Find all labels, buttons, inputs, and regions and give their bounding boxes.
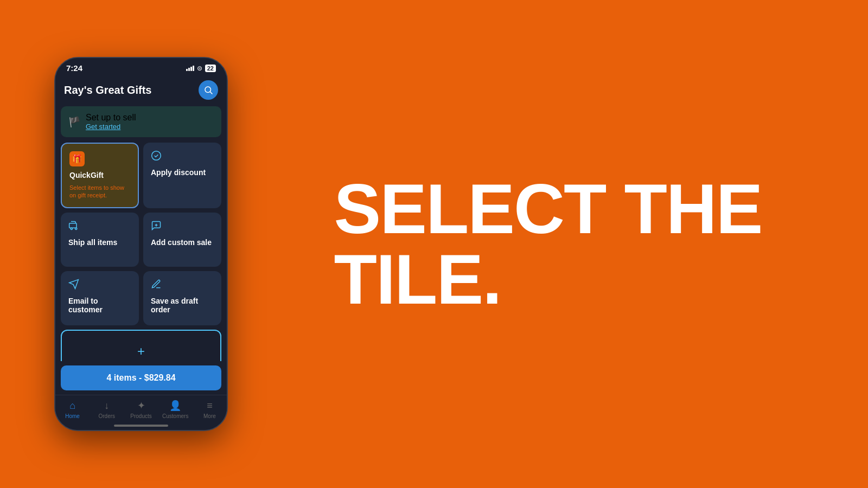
svg-marker-8 [69, 279, 79, 288]
status-icons: ⊜ 22 [186, 65, 216, 72]
draft-icon [151, 279, 214, 292]
bottom-nav: ⌂ Home ↓ Orders ✦ Products 👤 Customers ≡… [55, 395, 227, 421]
search-icon [203, 85, 213, 95]
tile-ship-all-items-title: Ship all items [68, 238, 131, 247]
search-button[interactable] [199, 80, 218, 100]
add-tile[interactable]: + [61, 330, 221, 361]
tile-quick-gift-subtitle: Select items to show on gift receipt. [69, 184, 130, 200]
nav-home[interactable]: ⌂ Home [55, 400, 90, 419]
tile-ship-all-items[interactable]: Ship all items [61, 213, 139, 267]
svg-point-0 [205, 87, 211, 93]
discount-icon [151, 150, 214, 164]
home-bar [114, 425, 168, 427]
phone-device: 7:24 ⊜ 22 Ray's Great Gifts [54, 57, 228, 431]
big-text: SELECT THE TILE. [334, 174, 762, 314]
tiles-grid: 🎁 QuickGift Select items to show on gift… [61, 143, 221, 325]
nav-products[interactable]: ✦ Products [124, 400, 158, 419]
nav-products-label: Products [130, 413, 151, 419]
flag-icon: 🏴 [68, 116, 80, 128]
home-icon: ⌂ [69, 400, 75, 412]
gift-icon: 🎁 [69, 151, 85, 166]
nav-customers-label: Customers [162, 413, 188, 419]
battery-icon: 22 [205, 65, 216, 72]
big-text-area: SELECT THE TILE. [228, 152, 868, 336]
email-icon [68, 279, 131, 292]
wifi-icon: ⊜ [197, 65, 202, 72]
svg-point-4 [71, 228, 72, 229]
status-time: 7:24 [66, 63, 82, 73]
tile-apply-discount-title: Apply discount [151, 168, 214, 177]
tile-add-custom-sale-title: Add custom sale [151, 238, 214, 247]
svg-line-1 [210, 92, 212, 94]
status-bar: 7:24 ⊜ 22 [55, 58, 227, 76]
tile-quick-gift-title: QuickGift [69, 171, 130, 179]
ship-icon [68, 220, 131, 234]
more-icon: ≡ [207, 400, 213, 412]
svg-point-5 [75, 228, 77, 229]
content-area[interactable]: 🏴 Set up to sell Get started 🎁 QuickGift… [55, 106, 227, 361]
custom-sale-icon [151, 220, 214, 234]
tile-save-as-draft-title: Save as draft order [151, 297, 214, 314]
app-title: Ray's Great Gifts [64, 84, 151, 97]
customers-icon: 👤 [169, 400, 181, 412]
tile-email-to-customer[interactable]: Email to customer [61, 271, 139, 325]
big-text-line1: SELECT THE [334, 174, 762, 244]
nav-more-label: More [203, 413, 216, 419]
nav-customers[interactable]: 👤 Customers [158, 400, 193, 419]
svg-rect-3 [69, 223, 76, 227]
cart-button-label: 4 items - $829.84 [106, 373, 175, 382]
tile-quick-gift[interactable]: 🎁 QuickGift Select items to show on gift… [61, 143, 139, 208]
signal-icon [186, 66, 194, 71]
get-started-link[interactable]: Get started [86, 123, 136, 131]
tile-apply-discount[interactable]: Apply discount [143, 143, 221, 208]
big-text-line2: TILE. [334, 244, 762, 314]
tile-email-to-customer-title: Email to customer [68, 297, 131, 314]
nav-orders-label: Orders [99, 413, 116, 419]
home-indicator [55, 421, 227, 430]
products-icon: ✦ [137, 400, 145, 412]
app-header: Ray's Great Gifts [55, 76, 227, 106]
svg-point-2 [152, 151, 161, 160]
cart-button[interactable]: 4 items - $829.84 [61, 365, 221, 390]
tile-add-custom-sale[interactable]: Add custom sale [143, 213, 221, 267]
setup-text: Set up to sell Get started [86, 113, 136, 131]
setup-title: Set up to sell [86, 113, 136, 123]
orders-icon: ↓ [104, 400, 109, 412]
tile-save-as-draft[interactable]: Save as draft order [143, 271, 221, 325]
add-icon: + [137, 344, 145, 359]
setup-banner[interactable]: 🏴 Set up to sell Get started [61, 106, 221, 137]
nav-home-label: Home [65, 413, 80, 419]
nav-orders[interactable]: ↓ Orders [90, 400, 124, 419]
phone-wrapper: 7:24 ⊜ 22 Ray's Great Gifts [54, 57, 228, 431]
nav-more[interactable]: ≡ More [193, 400, 227, 419]
